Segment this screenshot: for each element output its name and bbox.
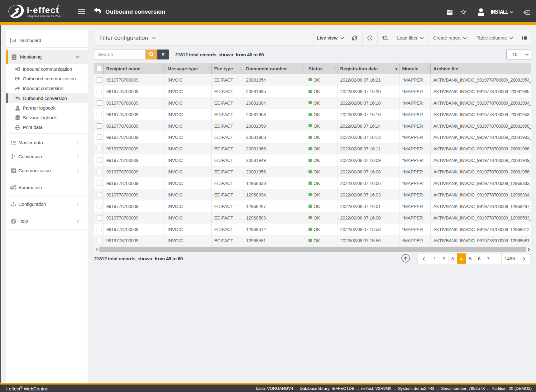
svg-text:integrated solutions for IBM i: integrated solutions for IBM i [27, 15, 61, 18]
svg-text:®: ® [57, 5, 60, 8]
svg-text:i-effect: i-effect [27, 5, 59, 15]
